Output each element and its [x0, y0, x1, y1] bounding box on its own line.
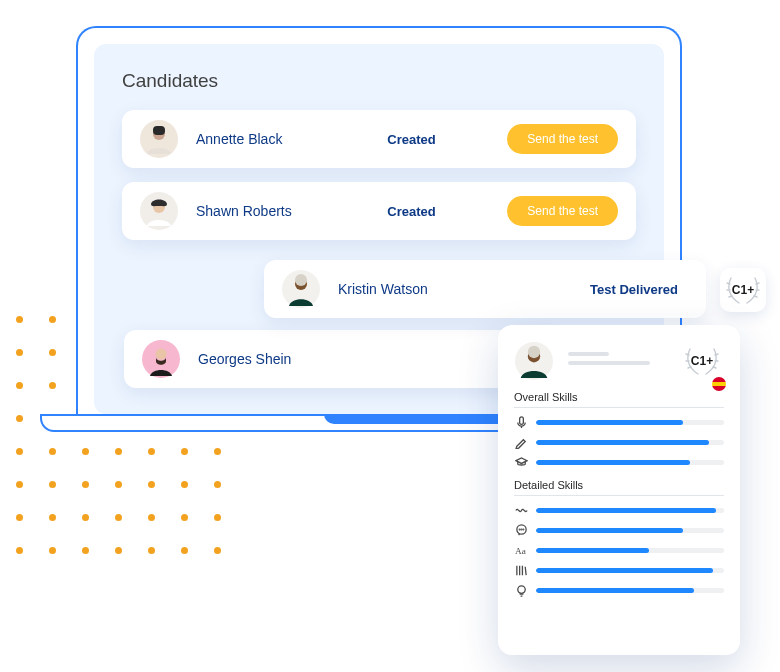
skill-row [514, 564, 724, 577]
candidate-status: Created [387, 204, 507, 219]
candidate-row[interactable]: Annette Black Created Send the test [122, 110, 636, 168]
svg-point-15 [519, 529, 520, 530]
candidate-status: Test Delivered [538, 282, 688, 297]
send-test-button[interactable]: Send the test [507, 124, 618, 154]
score-chip: C1+ [720, 268, 766, 312]
skill-bar [536, 528, 724, 533]
candidate-status: Created [387, 132, 507, 147]
candidate-row[interactable]: Kristin Watson Test Delivered [264, 260, 706, 318]
skill-row [514, 584, 724, 597]
avatar [140, 120, 178, 158]
svg-point-12 [528, 346, 540, 358]
avatar [514, 341, 554, 381]
skill-row [514, 416, 724, 429]
send-test-button[interactable]: Send the test [507, 196, 618, 226]
skill-bar [536, 508, 724, 513]
skill-bar [536, 568, 724, 573]
svg-point-7 [295, 274, 307, 286]
svg-rect-13 [519, 417, 523, 424]
bulb-icon [514, 584, 528, 597]
overall-skills-label: Overall Skills [514, 391, 724, 408]
candidate-name: Georges Shein [198, 351, 542, 367]
svg-point-17 [522, 529, 523, 530]
speech-icon [514, 524, 528, 537]
svg-rect-2 [153, 126, 165, 135]
svg-point-9 [156, 349, 167, 360]
skill-bar [536, 440, 724, 445]
pencil-icon [514, 436, 528, 449]
books-icon [514, 564, 528, 577]
svg-point-19 [517, 586, 524, 593]
candidate-name: Kristin Watson [338, 281, 538, 297]
skill-row: Aa [514, 544, 724, 557]
skill-row [514, 504, 724, 517]
avatar [282, 270, 320, 308]
skill-row [514, 456, 724, 469]
candidate-name: Annette Black [196, 131, 387, 147]
svg-text:Aa: Aa [515, 546, 526, 556]
score-level: C1+ [691, 354, 713, 368]
skill-bar [536, 548, 724, 553]
page-title: Candidates [122, 70, 636, 92]
score-level: C1+ [732, 283, 754, 297]
skill-bar [536, 460, 724, 465]
detailed-skills-label: Detailed Skills [514, 479, 724, 496]
aa-icon: Aa [514, 544, 528, 557]
mic-icon [514, 416, 528, 429]
skill-bar [536, 588, 724, 593]
skill-bar [536, 420, 724, 425]
candidate-row[interactable]: Shawn Roberts Created Send the test [122, 182, 636, 240]
candidate-name: Shawn Roberts [196, 203, 387, 219]
grad-icon [514, 456, 528, 469]
profile-panel: C1+ Overall Skills Detailed Skills Aa [498, 325, 740, 655]
score-badge: C1+ [680, 341, 724, 381]
avatar [140, 192, 178, 230]
avatar [142, 340, 180, 378]
wave-icon [514, 504, 528, 517]
flag-spain-icon [712, 377, 726, 391]
svg-point-16 [521, 529, 522, 530]
candidate-row[interactable]: Georges Shein [124, 330, 560, 388]
laptop-notch [324, 414, 514, 424]
profile-name-placeholder [568, 352, 670, 370]
skill-row [514, 436, 724, 449]
skill-row [514, 524, 724, 537]
